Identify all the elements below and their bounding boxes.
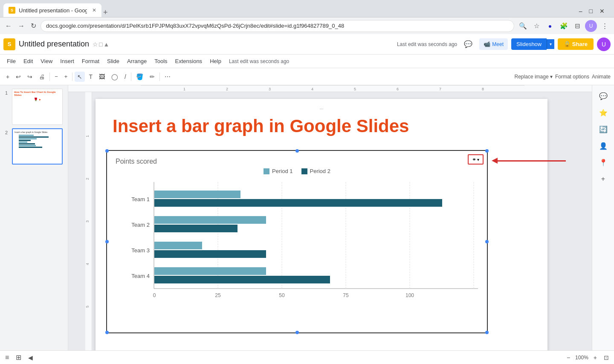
slide-2-thumb[interactable]: Insert a bar graph in Google Slides	[12, 128, 63, 165]
browser-tab[interactable]: S Untitled presentation - Google S ✕	[3, 3, 101, 17]
collapse-panel-button[interactable]: ◀	[26, 352, 35, 363]
handle-top-left[interactable]	[105, 149, 109, 153]
line-tool[interactable]: /	[122, 72, 129, 82]
handle-top-center[interactable]	[295, 149, 299, 153]
link-icon: ⚭	[472, 156, 476, 162]
add-button[interactable]: +	[3, 72, 12, 82]
theme-sidebar-btn[interactable]: ⭐	[596, 105, 611, 120]
image-tool[interactable]: 🖼	[96, 72, 107, 82]
chart-inner: Points scored Period 1 Period 2	[107, 151, 487, 332]
svg-text:25: 25	[215, 292, 221, 298]
toolbar-sep-1	[49, 72, 50, 81]
replace-image-button[interactable]: Replace image ▾	[515, 74, 553, 80]
slide-1-thumb[interactable]: How To Insert Bar Chart In Google Slides…	[12, 89, 63, 125]
svg-text:3: 3	[269, 87, 271, 91]
slideshow-control: Slideshow ▾	[511, 38, 554, 50]
app-title[interactable]: Untitled presentation	[19, 40, 89, 49]
zoom-level: 100%	[575, 355, 588, 361]
menu-file[interactable]: File	[3, 56, 19, 66]
transitions-sidebar-btn[interactable]: 🔄	[596, 122, 611, 137]
border-color-button[interactable]: ✏	[147, 72, 157, 82]
sidebar-icon[interactable]: ⊟	[571, 20, 583, 32]
minimize-button[interactable]: –	[576, 7, 585, 15]
format-options-button[interactable]: Format options	[555, 74, 589, 80]
handle-top-right[interactable]	[485, 149, 489, 153]
menu-icon[interactable]: ⋮	[599, 20, 611, 32]
maximize-button[interactable]: □	[587, 7, 595, 15]
print-button[interactable]: 🖨	[36, 72, 47, 82]
list-view-button[interactable]: ≡	[3, 352, 11, 363]
slideshow-button[interactable]: Slideshow	[511, 38, 547, 50]
menu-insert[interactable]: Insert	[57, 56, 78, 66]
star-icon[interactable]: ☆	[93, 41, 98, 48]
handle-bottom-center[interactable]	[295, 331, 299, 334]
svg-text:4: 4	[311, 87, 313, 91]
address-input[interactable]	[41, 20, 514, 32]
zoom-in-button[interactable]: +	[62, 72, 70, 81]
refresh-button[interactable]: ↻	[29, 20, 38, 32]
redo-button[interactable]: ↪	[25, 72, 35, 82]
dropdown-icon: ▾	[477, 157, 479, 162]
handle-middle-right[interactable]	[485, 240, 489, 243]
svg-text:100: 100	[405, 292, 414, 298]
menu-help[interactable]: Help	[206, 56, 225, 66]
fit-screen-button[interactable]: ⊡	[602, 352, 611, 363]
comment-button[interactable]: 💬	[460, 38, 476, 50]
chart-container[interactable]: ⚭ ▾ Points scored	[106, 150, 488, 333]
svg-rect-31	[154, 267, 266, 275]
canvas-content: 1 2 3 4 5 Insert a bar graph in Google S…	[68, 92, 592, 350]
close-button[interactable]: ✕	[597, 7, 607, 15]
profile-avatar[interactable]: U	[585, 20, 597, 32]
menu-edit[interactable]: Edit	[20, 56, 36, 66]
comment-sidebar-btn[interactable]: 💬	[596, 89, 611, 104]
new-tab-button[interactable]: +	[103, 8, 108, 17]
tab-close-icon[interactable]: ✕	[92, 7, 96, 13]
user-avatar[interactable]: U	[597, 38, 611, 51]
svg-text:2: 2	[226, 87, 228, 91]
color-fill-button[interactable]: 🪣	[133, 72, 146, 82]
svg-rect-25	[154, 191, 240, 198]
zoom-out-button[interactable]: −	[52, 72, 61, 81]
menu-arrange[interactable]: Arrange	[124, 56, 150, 66]
forward-button[interactable]: →	[16, 20, 26, 32]
menu-extensions[interactable]: Extensions	[172, 56, 206, 66]
more-tools-button[interactable]: ⋯	[162, 72, 173, 82]
tab-favicon: S	[9, 7, 15, 14]
puzzle-icon[interactable]: 🧩	[558, 20, 570, 32]
undo-button[interactable]: ↩	[13, 72, 23, 82]
slide-heading[interactable]: Insert a bar graph in Google Slides	[113, 116, 530, 136]
grid-view-button[interactable]: ⊞	[14, 352, 23, 363]
slideshow-dropdown-button[interactable]: ▾	[547, 39, 554, 49]
menu-view[interactable]: View	[37, 56, 56, 66]
meet-button[interactable]: 📹 Meet	[479, 38, 508, 50]
search-icon[interactable]: 🔍	[517, 20, 529, 32]
move-icon[interactable]: □	[99, 41, 102, 48]
animate-button[interactable]: Animate	[592, 74, 611, 80]
menu-format[interactable]: Format	[78, 56, 103, 66]
tab-title: Untitled presentation - Google S	[19, 7, 87, 14]
svg-text:6: 6	[397, 87, 399, 91]
menu-tools[interactable]: Tools	[151, 56, 171, 66]
svg-rect-26	[154, 199, 442, 207]
google-drive-icon[interactable]: ▲	[104, 41, 110, 48]
zoom-in-bottom[interactable]: +	[592, 352, 599, 363]
bookmark-icon[interactable]: ☆	[530, 20, 542, 32]
chart-link-button[interactable]: ⚭ ▾	[468, 154, 484, 165]
back-button[interactable]: ←	[3, 20, 14, 32]
handle-bottom-left[interactable]	[105, 331, 109, 334]
share-button[interactable]: 🔒 Share	[558, 38, 594, 50]
slide-1-container: 1 How To Insert Bar Chart In Google Slid…	[5, 89, 63, 125]
add-sidebar-btn[interactable]: +	[598, 172, 608, 186]
menu-slide[interactable]: Slide	[104, 56, 123, 66]
zoom-out-bottom[interactable]: −	[565, 352, 572, 363]
shape-tool[interactable]: ◯	[109, 72, 121, 82]
legend-period2-color	[301, 168, 307, 174]
handle-middle-left[interactable]	[105, 240, 109, 243]
slide-2-thumb-title: Insert a bar graph in Google Slides	[14, 131, 60, 133]
text-tool[interactable]: T	[86, 72, 95, 82]
location-sidebar-btn[interactable]: 📍	[596, 155, 611, 170]
handle-bottom-right[interactable]	[485, 331, 489, 334]
people-sidebar-btn[interactable]: 👤	[596, 139, 611, 153]
extension-icon[interactable]: ●	[544, 20, 556, 32]
select-tool[interactable]: ↖	[75, 72, 85, 82]
